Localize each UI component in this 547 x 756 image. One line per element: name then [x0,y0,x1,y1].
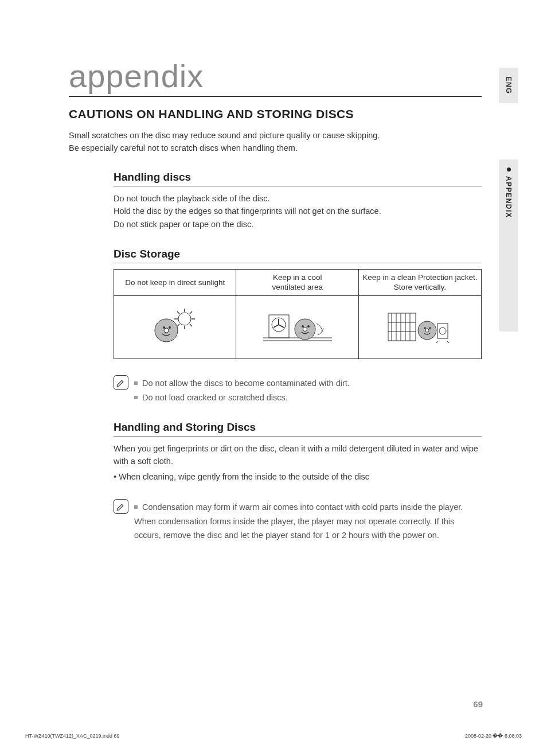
storage-table: Do not keep in direct sunlight Keep in a… [114,269,482,359]
svg-point-18 [303,328,307,332]
handling-body: Do not touch the playback side of the di… [114,192,482,231]
section-handling-storing: Handling and Storing Discs When you get … [114,421,482,483]
note1-item2: Do not load cracked or scratched discs. [134,391,350,405]
footer-timestamp: 2008-02-20 �� 6:08:03 [465,733,522,739]
svg-line-12 [177,324,179,326]
bullet-icon [507,167,511,172]
page-title: appendix [69,57,482,97]
svg-point-3 [169,326,171,329]
page-content: appendix CAUTIONS ON HANDLING AND STORIN… [69,57,482,559]
handling-line1: Do not touch the playback side of the di… [114,192,482,205]
section-storage: Disc Storage Do not keep in direct sunli… [114,248,482,359]
storage-illus-sunlight [114,296,236,359]
pencil-note-icon [114,375,128,390]
sidebar-tab-eng: ENG [499,68,518,103]
storage-illus-jacket [358,296,481,359]
subheading-handling: Handling discs [114,171,482,186]
svg-line-11 [190,311,192,314]
section-handling: Handling discs Do not touch the playback… [114,171,482,231]
intro-line1: Small scratches on the disc may reduce s… [69,129,482,142]
sun-disc-icon [143,306,206,346]
note2-item1: Condensation may form if warm air comes … [134,500,482,543]
page-number: 69 [473,699,483,709]
handling-line2: Hold the disc by the edges so that finge… [114,205,482,217]
svg-point-20 [307,325,310,328]
section-heading-cautions: CAUTIONS ON HANDLING AND STORING DISCS [69,107,482,121]
intro-text: Small scratches on the disc may reduce s… [69,129,482,155]
svg-line-10 [190,324,192,326]
svg-line-9 [177,311,179,314]
intro-line2: Be especially careful not to scratch dis… [69,142,482,154]
handstore-bullet: • When cleaning, wipe gently from the in… [114,470,482,483]
sidebar-appendix-label: APPENDIX [505,176,513,218]
storage-col3-header: Keep in a clean Protection jacket. Store… [358,270,481,296]
storage-illus-ventilated [236,296,358,359]
note1-list: Do not allow the discs to become contami… [134,376,350,404]
footer-file: HT-WZ410(TWZ412)_XAC_0219.indd 69 [25,733,120,739]
subheading-storage: Disc Storage [114,248,482,263]
sidebar-tab-appendix: APPENDIX [499,159,518,332]
svg-point-1 [164,328,169,333]
subheading-handling-storing: Handling and Storing Discs [114,421,482,437]
svg-point-32 [429,328,432,330]
note1-item1: Do not allow the discs to become contami… [134,376,350,391]
handstore-body: When you get fingerprints or dirt on the… [114,442,482,483]
fan-disc-icon [260,306,335,346]
storage-col1-header: Do not keep in direct sunlight [114,270,236,296]
svg-point-2 [163,326,165,329]
svg-point-19 [302,325,304,328]
svg-rect-21 [388,313,416,341]
sidebar-eng-label: ENG [505,76,513,94]
svg-point-31 [424,328,427,330]
svg-point-30 [425,329,429,332]
note-block-2: Condensation may form if warm air comes … [114,500,482,543]
pencil-note-icon [114,499,128,514]
handling-line3: Do not stick paper or tape on the disc. [114,218,482,231]
svg-point-4 [178,313,191,325]
handstore-p1: When you get fingerprints or dirt on the… [114,442,482,468]
note2-list: Condensation may form if warm air comes … [134,500,482,543]
note-block-1: Do not allow the discs to become contami… [114,376,482,404]
shelf-disc-icon [382,306,457,346]
storage-col2-header: Keep in a cool ventilated area [236,270,358,296]
